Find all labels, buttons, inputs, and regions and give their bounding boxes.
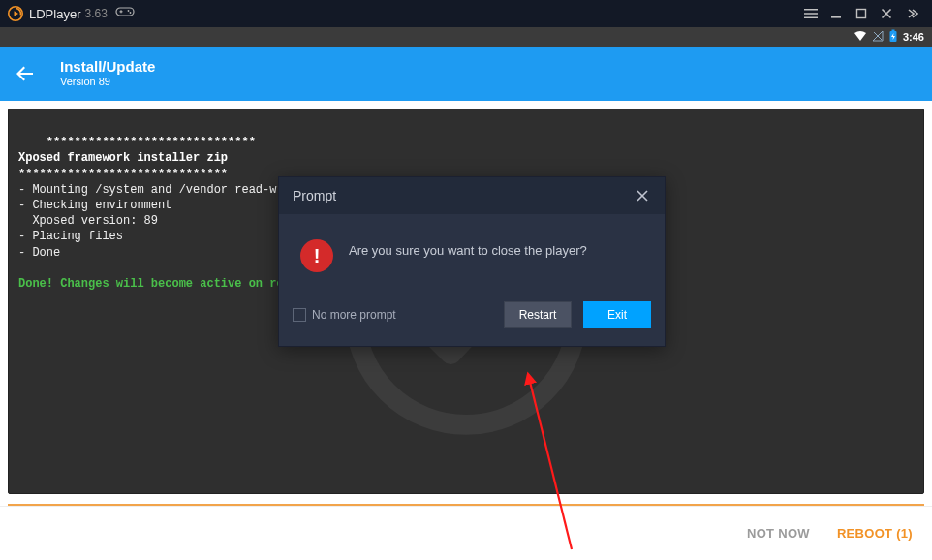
svg-rect-9 bbox=[804, 17, 818, 19]
svg-marker-1 bbox=[15, 11, 19, 16]
minimize-icon[interactable] bbox=[823, 1, 849, 26]
terminal-line: - Placing files bbox=[18, 230, 123, 243]
dialog-header: Prompt bbox=[279, 177, 665, 214]
page-subtitle: Version 89 bbox=[60, 76, 155, 88]
terminal-line: ****************************** bbox=[18, 168, 228, 181]
terminal-line: - Checking environment bbox=[18, 199, 171, 212]
svg-point-5 bbox=[127, 10, 129, 12]
prompt-dialog: Prompt ! Are you sure you want to close … bbox=[278, 176, 666, 347]
dialog-message: Are you sure you want to close the playe… bbox=[349, 239, 587, 261]
terminal-line: ****************************** bbox=[47, 136, 256, 149]
terminal-success-line: Done! Changes will become active on rebo… bbox=[18, 277, 319, 291]
window-titlebar: LDPlayer 3.63 bbox=[0, 0, 932, 27]
dialog-title: Prompt bbox=[293, 188, 336, 203]
svg-point-6 bbox=[129, 12, 131, 14]
dialog-body: ! Are you sure you want to close the pla… bbox=[279, 214, 665, 294]
titlebar-version: 3.63 bbox=[84, 7, 107, 20]
restart-button[interactable]: Restart bbox=[504, 301, 572, 328]
more-icon[interactable] bbox=[899, 1, 924, 26]
svg-rect-10 bbox=[831, 16, 841, 18]
terminal-line: Xposed version: 89 bbox=[18, 214, 158, 228]
header-titles: Install/Update Version 89 bbox=[60, 58, 155, 88]
dialog-footer: No more prompt Restart Exit bbox=[279, 294, 665, 346]
close-icon[interactable] bbox=[874, 1, 899, 26]
terminal-line: - Mounting /system and /vendor read-writ… bbox=[18, 183, 304, 197]
svg-rect-11 bbox=[857, 10, 866, 18]
statusbar-clock: 3:46 bbox=[903, 31, 924, 43]
android-statusbar: 3:46 bbox=[0, 27, 932, 47]
wifi-icon bbox=[854, 30, 867, 44]
battery-icon bbox=[888, 29, 898, 45]
svg-rect-8 bbox=[804, 13, 818, 15]
no-more-prompt-checkbox[interactable]: No more prompt bbox=[293, 308, 396, 322]
nosignal-icon bbox=[872, 30, 884, 44]
ldplayer-logo-icon bbox=[8, 6, 23, 21]
dialog-close-icon[interactable] bbox=[634, 187, 651, 204]
terminal-line: - Done bbox=[18, 246, 60, 260]
maximize-icon[interactable] bbox=[849, 1, 874, 26]
reboot-button[interactable]: REBOOT (1) bbox=[837, 526, 913, 541]
bottom-action-bar: NOT NOW REBOOT (1) bbox=[0, 506, 932, 560]
titlebar-brand: LDPlayer bbox=[29, 7, 80, 21]
svg-rect-4 bbox=[120, 10, 121, 13]
no-more-prompt-label: No more prompt bbox=[312, 308, 396, 322]
terminal-line: Xposed framework installer zip bbox=[18, 151, 228, 165]
not-now-button[interactable]: NOT NOW bbox=[747, 526, 810, 541]
alert-icon: ! bbox=[300, 239, 333, 272]
svg-rect-7 bbox=[804, 9, 818, 11]
svg-rect-2 bbox=[116, 8, 134, 16]
exit-button[interactable]: Exit bbox=[583, 301, 651, 328]
svg-rect-16 bbox=[891, 30, 894, 32]
gamepad-icon[interactable] bbox=[115, 5, 135, 22]
menu-icon[interactable] bbox=[798, 1, 823, 26]
page-title: Install/Update bbox=[60, 58, 155, 76]
app-header: Install/Update Version 89 bbox=[0, 47, 932, 101]
back-arrow-icon[interactable] bbox=[14, 62, 37, 85]
checkbox-icon[interactable] bbox=[293, 308, 306, 322]
